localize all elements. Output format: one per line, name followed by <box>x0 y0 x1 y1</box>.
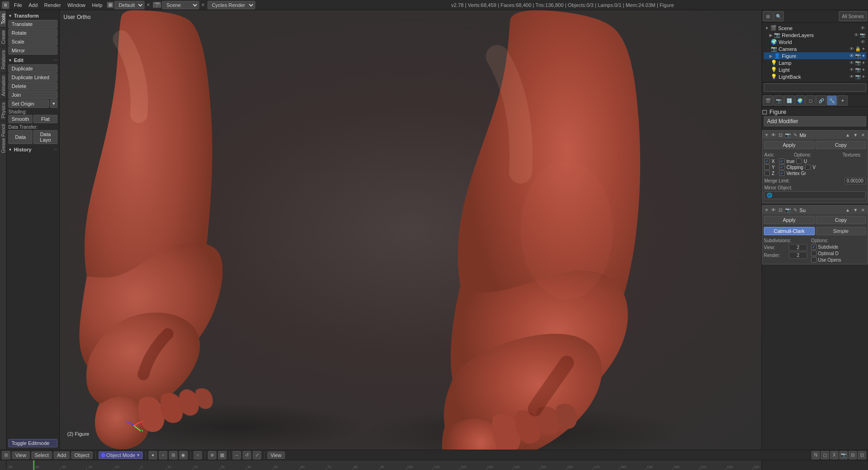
subdiv-useopens-checkbox[interactable] <box>811 257 817 263</box>
tab-tools[interactable]: Tools <box>0 10 6 27</box>
render-figure[interactable]: 📷 <box>855 53 861 58</box>
delete-button[interactable]: Delete <box>8 82 57 90</box>
blender-logo[interactable]: B <box>2 1 9 9</box>
translate-button[interactable]: Translate <box>8 20 57 28</box>
mirror-cage-icon[interactable]: ⊡ <box>778 132 783 138</box>
eye-renderlayers[interactable]: 👁 <box>854 32 859 38</box>
extra-camera[interactable]: ✦ <box>862 46 865 51</box>
tab-create[interactable]: Create <box>0 27 6 47</box>
mirror-y-checkbox[interactable] <box>764 164 770 170</box>
data-button[interactable]: Data <box>8 130 32 144</box>
duplicate-linked-button[interactable]: Duplicate Linked <box>8 73 57 81</box>
mirror-v-checkbox[interactable] <box>805 164 811 170</box>
props-tab-view[interactable]: ⊞ <box>763 11 773 21</box>
outliner-item-renderlayers[interactable]: ▶ 📷 RenderLayers 👁 📷 <box>764 31 866 38</box>
mirror-copy-button[interactable]: Copy <box>816 141 867 149</box>
eye-camera[interactable]: 👁 <box>849 46 854 51</box>
rotate-button[interactable]: Rotate <box>8 29 57 37</box>
subdiv-down-icon[interactable]: ▼ <box>852 207 859 213</box>
subdiv-vis-icon[interactable]: 👁 <box>770 207 777 213</box>
render-lamp[interactable]: 📷 <box>855 60 861 65</box>
object-button[interactable]: Object <box>71 451 93 459</box>
mirror-clipping-checkbox[interactable] <box>779 164 785 170</box>
eye-lightback[interactable]: 👁 <box>849 74 854 79</box>
catmull-clark-tab[interactable]: Catmull-Clark <box>764 227 815 235</box>
mirror-vertexgr-checkbox[interactable] <box>779 170 785 176</box>
extra-lightback[interactable]: ✦ <box>862 74 865 79</box>
object-mode-selector[interactable]: Object Mode ▼ <box>99 451 143 459</box>
smooth-button[interactable]: Smooth <box>8 115 32 123</box>
subdiv-up-icon[interactable]: ▲ <box>844 207 851 213</box>
outliner-item-lamp[interactable]: 💡 Lamp 👁 📷 ✦ <box>764 59 866 66</box>
menu-window[interactable]: Window <box>64 1 88 9</box>
extra-light[interactable]: ✦ <box>862 67 865 72</box>
props-tab-renderlayers[interactable]: 📷 <box>774 95 784 106</box>
viewport[interactable]: User Ortho <box>60 10 761 450</box>
mirror-delete-icon[interactable]: ✕ <box>860 132 866 138</box>
rendered-shading-btn[interactable]: ◉ <box>179 451 188 459</box>
timeline-ruler[interactable]: -50 -40 -30 -20 -10 0 10 20 30 40 50 60 … <box>6 460 761 470</box>
snap-type-btn[interactable]: ▦ <box>218 451 226 459</box>
eye-light[interactable]: 👁 <box>849 67 854 72</box>
mirror-collapse-icon[interactable]: ▼ <box>764 132 769 138</box>
outliner-item-light[interactable]: 💡 Light 👁 📷 ✦ <box>764 66 866 73</box>
subdiv-apply-button[interactable]: Apply <box>764 216 815 224</box>
window-type-select[interactable]: Default <box>114 1 145 9</box>
menu-help[interactable]: Help <box>89 1 106 9</box>
mirror-down-icon[interactable]: ▼ <box>852 132 859 138</box>
render-lightback[interactable]: 📷 <box>855 74 861 79</box>
object-mode-dropdown[interactable]: ▼ <box>136 453 140 457</box>
mirror-object-field[interactable]: 🌐 <box>764 191 866 199</box>
eye-lamp[interactable]: 👁 <box>849 60 854 65</box>
outliner-item-camera[interactable]: 📷 Camera 👁 🔒 ✦ <box>764 45 866 52</box>
outliner-search-input[interactable] <box>764 83 866 92</box>
merge-limit-value[interactable]: 0.00100 <box>844 177 866 184</box>
mirror-render-icon[interactable]: 📷 <box>784 132 792 138</box>
xray-btn[interactable]: X <box>830 451 838 459</box>
camera-renderlayers[interactable]: 📷 <box>860 32 865 38</box>
view-button[interactable]: View <box>12 451 30 459</box>
mirror-vis-icon[interactable]: 👁 <box>770 132 777 138</box>
subdiv-view-value[interactable]: 2 <box>789 244 807 251</box>
props-tab-world2[interactable]: 🌍 <box>795 95 805 106</box>
toggle-editmode-button[interactable]: Toggle Editmode <box>8 439 57 447</box>
subdiv-subdivide-checkbox[interactable] <box>811 244 817 250</box>
region-btn[interactable]: ⊟ <box>849 451 857 459</box>
tab-relations[interactable]: Relations <box>0 47 6 72</box>
render-camera[interactable]: 🔒 <box>855 46 861 51</box>
props-tab-scene[interactable]: 🎬 <box>763 95 773 106</box>
texture-shading-btn[interactable]: ⊞ <box>169 451 177 459</box>
select-button[interactable]: Select <box>31 451 52 459</box>
scale-button[interactable]: Scale <box>8 38 57 46</box>
transform-btn[interactable]: ↔ <box>233 451 241 459</box>
outliner-item-scene[interactable]: ▼ 🎬 Scene 👁 <box>764 25 866 31</box>
simple-tab[interactable]: Simple <box>816 227 867 235</box>
render-engine-select[interactable]: Cycles Render <box>208 1 255 9</box>
mirror-apply-button[interactable]: Apply <box>764 141 815 149</box>
proportional-edit-btn[interactable]: ○ <box>194 451 202 459</box>
mirror-u-checkbox[interactable] <box>796 158 802 164</box>
history-section-header[interactable]: ▼ History ··· <box>8 146 57 153</box>
rotate-btn[interactable]: ↺ <box>243 451 251 459</box>
subdiv-cage-icon[interactable]: ⊡ <box>778 207 783 213</box>
menu-add[interactable]: Add <box>26 1 41 9</box>
eye-figure[interactable]: 👁 <box>849 53 854 58</box>
eye-world[interactable]: 👁 <box>861 39 865 44</box>
props-tab-scene2[interactable]: 🔢 <box>784 95 794 106</box>
wire-shading-btn[interactable]: ○ <box>159 451 167 459</box>
add-modifier-button[interactable]: Add Modifier <box>764 116 866 126</box>
tab-animation[interactable]: Animation <box>0 72 6 99</box>
set-origin-dropdown[interactable]: ▼ <box>50 100 57 108</box>
mirror-editmode-icon[interactable]: ✎ <box>793 132 798 138</box>
props-tab-constraints[interactable]: 🔗 <box>816 95 826 106</box>
tab-physics[interactable]: Physics <box>0 99 6 121</box>
extra-lamp[interactable]: ✦ <box>862 60 865 65</box>
add-button[interactable]: Add <box>54 451 69 459</box>
normals-btn[interactable]: N <box>811 451 820 459</box>
menu-file[interactable]: File <box>11 1 25 9</box>
subdiv-editmode-icon[interactable]: ✎ <box>793 207 798 213</box>
props-tab-all-scenes[interactable]: All Scenes <box>839 11 867 21</box>
fullscreen-btn[interactable]: ⊡ <box>858 451 866 459</box>
subdiv-collapse-icon[interactable]: ▼ <box>764 207 769 213</box>
mirror-button[interactable]: Mirror <box>8 46 57 55</box>
